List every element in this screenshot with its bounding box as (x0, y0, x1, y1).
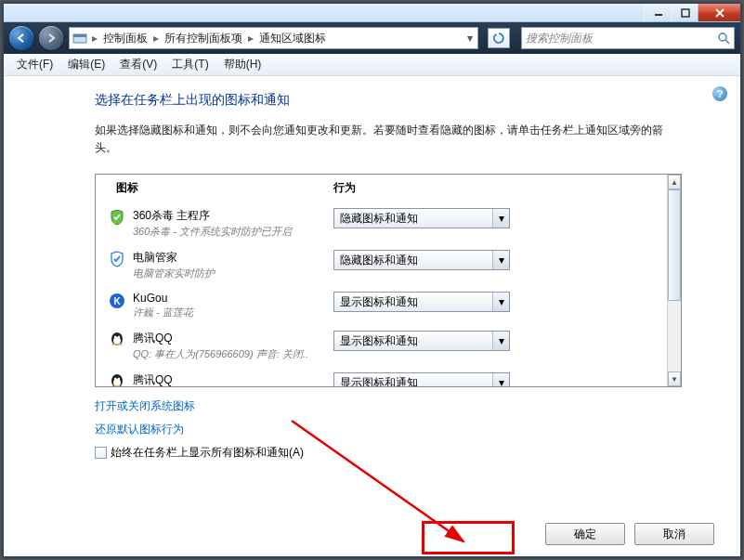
minimize-button[interactable] (644, 4, 672, 21)
control-panel-window: ▸ 控制面板 ▸ 所有控制面板项 ▸ 通知区域图标 ▾ 搜索控制面板 文件(F)… (3, 3, 741, 557)
qq-icon (109, 373, 125, 386)
svg-rect-3 (73, 34, 86, 37)
row-text: 360杀毒 主程序360杀毒 - 文件系统实时防护已开启 (133, 208, 333, 239)
page-description: 如果选择隐藏图标和通知，则不会向您通知更改和更新。若要随时查看隐藏的图标，请单击… (95, 122, 671, 157)
row-subtitle: QQ: 事在人为(756966609) 声音: 关闭.. (133, 347, 333, 361)
row-name: 腾讯QQ (133, 372, 333, 386)
svg-rect-0 (655, 14, 662, 16)
breadcrumb-part[interactable]: 通知区域图标 (255, 28, 330, 48)
breadcrumb-part[interactable]: 所有控制面板项 (161, 28, 246, 48)
chevron-down-icon: ▾ (492, 293, 509, 311)
row-text: 电脑管家电脑管家实时防护 (133, 250, 333, 280)
shield-green-icon (109, 209, 125, 226)
svg-line-5 (725, 40, 729, 44)
link-system-icons[interactable]: 打开或关闭系统图标 (95, 398, 714, 414)
titlebar (4, 4, 740, 22)
row-select-cell: 隐藏图标和通知▾ (333, 208, 667, 228)
list-header: 图标 行为 (96, 175, 682, 203)
menu-help[interactable]: 帮助(H) (216, 57, 269, 72)
annotation-highlight (422, 521, 515, 554)
breadcrumb[interactable]: ▸ 控制面板 ▸ 所有控制面板项 ▸ 通知区域图标 ▾ (69, 27, 478, 49)
row-select-cell: 显示图标和通知▾ (333, 292, 667, 312)
col-icon: 图标 (96, 180, 333, 196)
behavior-select[interactable]: 显示图标和通知▾ (333, 331, 510, 351)
search-placeholder: 搜索控制面板 (526, 31, 593, 46)
row-icon (96, 331, 133, 348)
back-button[interactable] (9, 26, 33, 50)
help-icon[interactable]: ? (712, 86, 727, 101)
svg-point-10 (114, 336, 116, 339)
refresh-button[interactable] (488, 28, 510, 48)
maximize-button[interactable] (672, 4, 698, 21)
row-name: KuGou (133, 292, 333, 305)
row-select-cell: 显示图标和通知▾ (333, 372, 667, 386)
scrollbar[interactable]: ▲ ▼ (667, 175, 682, 386)
icon-list: 图标 行为 360杀毒 主程序360杀毒 - 文件系统实时防护已开启隐藏图标和通… (95, 174, 682, 387)
content-pane: ? 选择在任务栏上出现的图标和通知 如果选择隐藏图标和通知，则不会向您通知更改和… (4, 77, 740, 556)
search-icon (717, 32, 730, 45)
list-row: 360杀毒 主程序360杀毒 - 文件系统实时防护已开启隐藏图标和通知▾ (96, 202, 667, 244)
scroll-thumb[interactable] (668, 189, 681, 301)
behavior-select[interactable]: 隐藏图标和通知▾ (333, 250, 510, 270)
always-show-checkbox-row: 始终在任务栏上显示所有图标和通知(A) (95, 445, 714, 461)
button-bar: 确定 取消 (545, 523, 714, 545)
page-title: 选择在任务栏上出现的图标和通知 (95, 92, 714, 109)
row-text: KuGou许巍 - 蓝莲花 (133, 292, 333, 319)
chevron-down-icon: ▾ (492, 209, 509, 228)
list-row: KKuGou许巍 - 蓝莲花显示图标和通知▾ (96, 286, 667, 325)
breadcrumb-icon (70, 32, 90, 45)
row-icon: K (96, 292, 133, 309)
row-icon (96, 250, 133, 267)
behavior-select[interactable]: 隐藏图标和通知▾ (333, 208, 510, 228)
qq-icon (109, 332, 125, 348)
breadcrumb-dropdown[interactable]: ▾ (463, 32, 477, 45)
svg-point-14 (114, 378, 116, 381)
chevron-down-icon: ▾ (492, 251, 509, 269)
navbar: ▸ 控制面板 ▸ 所有控制面板项 ▸ 通知区域图标 ▾ 搜索控制面板 (4, 22, 740, 54)
list-row: 腾讯QQQQ: 事在人为(756966609) 声音: 关闭..显示图标和通知▾ (96, 325, 667, 367)
always-show-checkbox[interactable] (95, 447, 107, 459)
menu-tools[interactable]: 工具(T) (164, 57, 215, 72)
behavior-select[interactable]: 显示图标和通知▾ (333, 372, 510, 386)
cancel-button[interactable]: 取消 (634, 523, 714, 545)
row-subtitle: 360杀毒 - 文件系统实时防护已开启 (133, 225, 333, 239)
link-restore-defaults[interactable]: 还原默认图标行为 (95, 422, 714, 437)
row-name: 360杀毒 主程序 (133, 208, 333, 224)
svg-point-11 (118, 336, 120, 339)
ok-button[interactable]: 确定 (545, 523, 625, 545)
behavior-value: 隐藏图标和通知 (340, 253, 418, 268)
behavior-value: 显示图标和通知 (340, 375, 418, 387)
chevron-right-icon: ▸ (246, 32, 255, 45)
row-icon (96, 372, 133, 386)
row-icon (96, 208, 133, 226)
close-button[interactable] (698, 4, 740, 21)
menu-edit[interactable]: 编辑(E) (60, 57, 112, 72)
menu-file[interactable]: 文件(F) (9, 57, 60, 72)
behavior-value: 显示图标和通知 (340, 294, 418, 310)
scroll-track[interactable] (668, 189, 681, 371)
list-row: 电脑管家电脑管家实时防护隐藏图标和通知▾ (96, 244, 667, 286)
breadcrumb-part[interactable]: 控制面板 (99, 28, 151, 48)
behavior-value: 隐藏图标和通知 (340, 211, 418, 227)
menubar: 文件(F) 编辑(E) 查看(V) 工具(T) 帮助(H) (4, 54, 740, 76)
forward-button[interactable] (39, 26, 63, 50)
svg-point-4 (719, 33, 726, 41)
search-input[interactable]: 搜索控制面板 (521, 27, 735, 49)
svg-rect-1 (682, 9, 689, 17)
behavior-select[interactable]: 显示图标和通知▾ (333, 292, 510, 312)
scroll-down-button[interactable]: ▼ (668, 371, 681, 386)
chevron-down-icon: ▾ (492, 332, 509, 350)
row-text: 腾讯QQ (133, 372, 333, 386)
kugou-icon: K (109, 293, 125, 309)
col-behavior: 行为 (333, 180, 682, 196)
always-show-label: 始终在任务栏上显示所有图标和通知(A) (111, 445, 304, 461)
svg-point-15 (118, 378, 120, 381)
row-name: 电脑管家 (133, 250, 333, 266)
scroll-up-button[interactable]: ▲ (668, 175, 681, 189)
row-select-cell: 显示图标和通知▾ (333, 331, 667, 351)
shield-blue-icon (109, 251, 125, 267)
chevron-down-icon: ▾ (492, 373, 509, 386)
menu-view[interactable]: 查看(V) (112, 57, 164, 72)
svg-line-16 (292, 421, 463, 541)
behavior-value: 显示图标和通知 (340, 333, 418, 349)
